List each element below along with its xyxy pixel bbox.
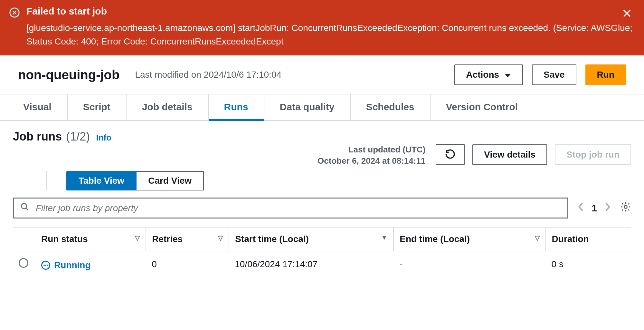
last-updated-label: Last updated (UTC) (317, 144, 425, 155)
error-banner: Failed to start job [gluestudio-service.… (0, 0, 644, 55)
filter-input-wrap[interactable] (13, 198, 568, 218)
refresh-button[interactable] (436, 144, 465, 165)
search-icon (20, 202, 29, 214)
col-duration[interactable]: Duration (546, 227, 631, 251)
end-time-cell: - (393, 251, 545, 277)
next-page-icon[interactable] (605, 202, 611, 214)
last-updated: Last updated (UTC) October 6, 2024 at 08… (317, 144, 425, 167)
tab-schedules[interactable]: Schedules (351, 94, 431, 120)
sort-icon: ▽ (218, 234, 223, 242)
col-retries[interactable]: Retries ▽ (146, 227, 229, 251)
chevron-down-icon (504, 70, 511, 80)
job-header: non-queuing-job Last modified on 2024/10… (0, 55, 644, 94)
sort-icon: ▽ (135, 234, 140, 242)
tabs: Visual Script Job details Runs Data qual… (0, 94, 644, 121)
filter-input[interactable] (35, 203, 561, 214)
runs-title: Job runs (13, 130, 62, 143)
view-details-button[interactable]: View details (472, 144, 547, 165)
col-run-status[interactable]: Run status ▽ (35, 227, 146, 251)
actions-label: Actions (466, 70, 499, 80)
run-button[interactable]: Run (585, 64, 626, 85)
row-select-radio[interactable] (19, 258, 28, 268)
status-text: Running (54, 260, 91, 270)
error-title: Failed to start job (26, 6, 634, 17)
svg-point-8 (624, 206, 627, 209)
job-title: non-queuing-job (18, 68, 119, 82)
duration-cell: 0 s (546, 251, 631, 277)
refresh-icon (445, 156, 456, 160)
last-modified: Last modified on 2024/10/6 17:10:04 (135, 70, 445, 80)
close-icon[interactable] (621, 8, 632, 21)
error-message: [gluestudio-service.ap-northeast-1.amazo… (26, 21, 634, 48)
tab-visual[interactable]: Visual (8, 94, 68, 120)
table-row[interactable]: Running 0 10/06/2024 17:14:07 - 0 s (13, 251, 631, 277)
status-cell[interactable]: Running (41, 260, 91, 270)
start-time-cell: 10/06/2024 17:14:07 (229, 251, 393, 277)
retries-cell: 0 (146, 251, 229, 277)
save-button[interactable]: Save (532, 64, 576, 85)
table-view-toggle[interactable]: Table View (66, 171, 137, 190)
tab-script[interactable]: Script (68, 94, 127, 120)
tab-version-control[interactable]: Version Control (431, 94, 533, 120)
svg-line-7 (26, 208, 28, 210)
prev-page-icon[interactable] (577, 202, 584, 214)
runs-table: Run status ▽ Retries ▽ Start time (Local… (13, 227, 631, 277)
last-updated-value: October 6, 2024 at 08:14:11 (317, 155, 425, 167)
tab-job-details[interactable]: Job details (127, 94, 209, 120)
sort-icon: ▽ (535, 234, 540, 242)
sort-active-icon: ▼ (381, 234, 387, 241)
error-icon (9, 7, 20, 20)
col-select (13, 227, 35, 251)
runs-content: Job runs (1/2) Info Last updated (UTC) O… (0, 121, 644, 277)
svg-point-6 (22, 204, 27, 209)
running-icon (41, 261, 50, 270)
tab-runs[interactable]: Runs (209, 94, 264, 121)
runs-count: (1/2) (66, 130, 90, 143)
svg-marker-5 (505, 74, 511, 77)
page-number: 1 (592, 203, 597, 214)
stop-job-run-button[interactable]: Stop job run (555, 144, 631, 165)
pagination: 1 (577, 202, 611, 214)
gear-icon[interactable] (620, 201, 631, 215)
actions-button[interactable]: Actions (454, 64, 523, 85)
tab-data-quality[interactable]: Data quality (264, 94, 351, 120)
view-toggle: Table View Card View (46, 171, 204, 190)
info-link[interactable]: Info (96, 133, 112, 142)
col-end-time[interactable]: End time (Local) ▽ (393, 227, 545, 251)
card-view-toggle[interactable]: Card View (137, 171, 204, 190)
col-start-time[interactable]: Start time (Local) ▼ (229, 227, 393, 251)
